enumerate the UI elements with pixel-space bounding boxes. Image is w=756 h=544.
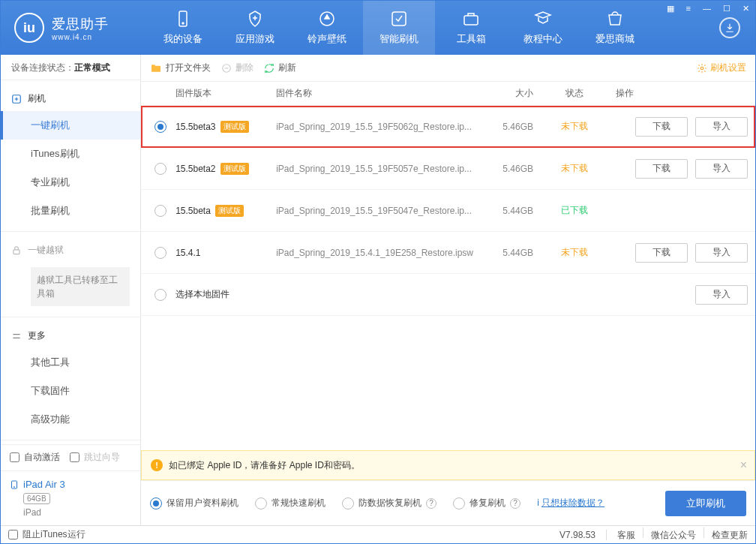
footer-link[interactable]: 微信公众号 <box>651 530 696 540</box>
radio-icon[interactable] <box>154 163 166 175</box>
row-action-button[interactable]: 导入 <box>695 285 748 305</box>
sidebar-item[interactable]: 高级功能 <box>1 405 140 434</box>
firmware-version: 15.5beta3测试版 <box>176 121 276 133</box>
delete-button: 删除 <box>221 62 254 74</box>
footer-link[interactable]: 客服 <box>617 530 635 540</box>
col-name: 固件名称 <box>276 87 481 100</box>
row-action-button[interactable]: 导入 <box>695 117 748 137</box>
firmware-status: 未下载 <box>541 162 608 175</box>
sidebar-item[interactable]: 一键刷机 <box>1 111 140 140</box>
sidebar-item[interactable]: 其他工具 <box>1 348 140 377</box>
sidebar-item[interactable]: 专业刷机 <box>1 168 140 197</box>
erase-link[interactable]: 只想抹除数据？ <box>542 497 604 508</box>
col-size: 大小 <box>481 87 541 100</box>
row-action-button[interactable]: 导入 <box>695 243 748 263</box>
grid-icon[interactable]: ▦ <box>664 2 677 15</box>
radio-icon[interactable] <box>453 497 465 509</box>
nav-item-3[interactable]: 智能刷机 <box>363 1 435 55</box>
block-itunes-checkbox[interactable]: 阻止iTunes运行 <box>8 528 86 541</box>
firmware-size: 5.46GB <box>481 122 541 132</box>
col-version: 固件版本 <box>176 87 276 100</box>
table-row[interactable]: 15.5beta2测试版iPad_Spring_2019_15.5_19F505… <box>141 148 755 190</box>
beta-badge: 测试版 <box>220 121 249 133</box>
options-bar: 保留用户资料刷机常规快速刷机防数据恢复刷机 ?修复刷机 ?i 只想抹除数据？立即… <box>141 480 755 525</box>
side-group-title[interactable]: 刷机 <box>1 86 140 111</box>
close-icon[interactable]: ✕ <box>740 2 752 15</box>
app-url: www.i4.cn <box>52 33 109 41</box>
radio-icon[interactable] <box>154 205 166 217</box>
flash-option[interactable]: 保留用户资料刷机 <box>150 497 238 509</box>
content: 打开文件夹 删除 刷新 刷机设置 固件版本 固件名称 大小 状态 操作 15.5… <box>141 55 755 525</box>
toolbar: 打开文件夹 删除 刷新 刷机设置 <box>141 55 755 82</box>
row-action-button[interactable]: 下载 <box>635 243 688 263</box>
nav-item-1[interactable]: 应用游戏 <box>219 1 291 55</box>
nav-item-0[interactable]: 我的设备 <box>147 1 219 55</box>
svg-point-8 <box>14 486 15 487</box>
flash-settings-button[interactable]: 刷机设置 <box>697 62 746 74</box>
device-capacity: 64GB <box>23 493 50 504</box>
radio-icon[interactable] <box>154 121 166 133</box>
row-action-button[interactable]: 导入 <box>695 159 748 179</box>
firmware-size: 5.44GB <box>481 248 541 258</box>
help-icon[interactable]: ? <box>426 498 436 509</box>
flash-submit-button[interactable]: 立即刷机 <box>665 491 746 516</box>
top-nav: 我的设备应用游戏铃声壁纸智能刷机工具箱教程中心爱思商城 <box>147 1 704 55</box>
maximize-icon[interactable]: ☐ <box>720 2 734 15</box>
firmware-name: iPad_Spring_2019_15.4.1_19E258_Restore.i… <box>276 248 481 258</box>
open-folder-button[interactable]: 打开文件夹 <box>150 62 211 74</box>
flash-option[interactable]: 修复刷机 ? <box>453 497 520 509</box>
footer-link[interactable]: 检查更新 <box>712 530 748 540</box>
device-info: iPad Air 3 64GB iPad <box>1 470 140 525</box>
side-group-title[interactable]: 更多 <box>1 323 140 348</box>
svg-point-10 <box>700 67 704 70</box>
flash-option[interactable]: 防数据恢复刷机 ? <box>342 497 436 509</box>
firmware-status: 未下载 <box>541 120 608 133</box>
sidebar: 设备连接状态：正常模式 刷机一键刷机iTunes刷机专业刷机批量刷机一键越狱越狱… <box>1 55 141 525</box>
table-row[interactable]: 选择本地固件导入 <box>141 274 755 316</box>
nav-item-5[interactable]: 教程中心 <box>507 1 579 55</box>
warning-icon: ! <box>151 459 163 471</box>
nav-item-4[interactable]: 工具箱 <box>435 1 507 55</box>
minimize-icon[interactable]: — <box>700 2 714 15</box>
main: 设备连接状态：正常模式 刷机一键刷机iTunes刷机专业刷机批量刷机一键越狱越狱… <box>1 55 755 525</box>
radio-icon[interactable] <box>342 497 354 509</box>
table-row[interactable]: 15.5beta3测试版iPad_Spring_2019_15.5_19F506… <box>141 106 755 148</box>
auto-activate-checkbox[interactable]: 自动激活 <box>10 451 60 464</box>
nav-item-6[interactable]: 爱思商城 <box>579 1 651 55</box>
row-action-button[interactable]: 下载 <box>635 117 688 137</box>
radio-icon[interactable] <box>150 497 162 509</box>
alert-close-icon[interactable]: × <box>740 458 747 472</box>
table-row[interactable]: 15.5beta测试版iPad_Spring_2019_15.5_19F5047… <box>141 190 755 232</box>
info-icon[interactable]: i <box>537 497 539 508</box>
help-icon[interactable]: ? <box>510 498 520 509</box>
radio-icon[interactable] <box>154 289 166 301</box>
skip-guide-checkbox[interactable]: 跳过向导 <box>70 451 120 464</box>
alert-text: 如已绑定 Apple ID，请准备好 Apple ID和密码。 <box>169 459 360 472</box>
sidebar-item[interactable]: 批量刷机 <box>1 197 140 225</box>
sidebar-foot: 自动激活 跳过向导 <box>1 444 140 470</box>
menu-icon[interactable]: ≡ <box>683 2 694 15</box>
device-name[interactable]: iPad Air 3 <box>10 479 131 490</box>
download-icon[interactable] <box>719 17 740 38</box>
refresh-button[interactable]: 刷新 <box>264 62 296 74</box>
sidebar-note: 越狱工具已转移至工具箱 <box>31 267 130 306</box>
radio-icon[interactable] <box>154 247 166 259</box>
statusbar: 阻止iTunes运行 V7.98.53 客服微信公众号检查更新 <box>1 525 755 543</box>
radio-icon[interactable] <box>255 497 267 509</box>
flash-option[interactable]: 常规快速刷机 <box>255 497 326 509</box>
row-action-button[interactable]: 下载 <box>635 159 688 179</box>
svg-rect-4 <box>464 16 478 25</box>
device-type: iPad <box>23 507 131 518</box>
sidebar-item[interactable]: iTunes刷机 <box>1 140 140 168</box>
firmware-version: 15.5beta测试版 <box>176 205 276 217</box>
col-status: 状态 <box>541 87 608 100</box>
table-row[interactable]: 15.4.1iPad_Spring_2019_15.4.1_19E258_Res… <box>141 232 755 274</box>
firmware-status: 已下载 <box>541 204 608 217</box>
sidebar-item[interactable]: 下载固件 <box>1 377 140 405</box>
nav-item-2[interactable]: 铃声壁纸 <box>291 1 363 55</box>
firmware-version: 15.5beta2测试版 <box>176 163 276 175</box>
logo: iu 爱思助手 www.i4.cn <box>1 13 147 43</box>
side-group-title[interactable]: 一键越狱 <box>1 238 140 263</box>
sidebar-scroll: 刷机一键刷机iTunes刷机专业刷机批量刷机一键越狱越狱工具已转移至工具箱更多其… <box>1 80 140 444</box>
version-label: V7.98.53 <box>560 530 596 540</box>
